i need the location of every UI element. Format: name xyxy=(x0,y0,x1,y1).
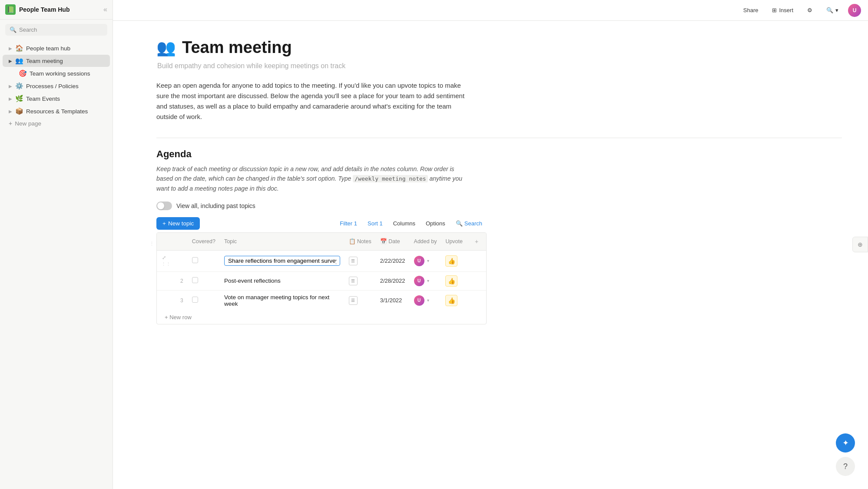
th-num xyxy=(157,233,176,251)
table-body: ⤢ ⋮⋮ ☰ xyxy=(157,250,486,311)
row-num-cell: 2 xyxy=(176,271,188,290)
upvote-cell[interactable]: 👍 xyxy=(441,271,467,290)
plus-icon: + xyxy=(162,220,166,227)
floating-buttons: ✦ ? xyxy=(836,433,855,476)
new-topic-label: New topic xyxy=(168,220,194,227)
plus-small-icon: ⊕ xyxy=(858,241,863,248)
date-cell[interactable]: 2/22/2022 xyxy=(376,250,410,271)
covered-cell[interactable] xyxy=(188,290,220,311)
notes-icon[interactable]: ☰ xyxy=(349,257,358,265)
covered-checkbox[interactable] xyxy=(192,297,198,303)
upvote-button[interactable]: 👍 xyxy=(445,255,457,267)
sidebar-item-team-events[interactable]: ▶ 🌿 Team Events xyxy=(3,93,110,105)
toggle-label: View all, including past topics xyxy=(176,202,255,209)
new-row-button[interactable]: + New row xyxy=(157,311,486,324)
chevron-down-icon[interactable]: ▾ xyxy=(427,298,429,303)
expand-arrow-icon: ▶ xyxy=(9,59,12,63)
team-events-icon: 🌿 xyxy=(15,95,23,102)
topic-cell[interactable]: Vote on manager meeting topics for next … xyxy=(220,290,345,311)
upvote-cell[interactable]: 👍 xyxy=(441,250,467,271)
right-sidebar-button[interactable]: ⊕ xyxy=(852,237,868,252)
help-button[interactable]: ? xyxy=(836,457,855,476)
notes-cell[interactable]: ☰ xyxy=(345,250,376,271)
columns-button[interactable]: Columns xyxy=(389,218,420,229)
search-button[interactable]: 🔍 ▾ xyxy=(822,5,843,16)
covered-checkbox[interactable] xyxy=(192,277,198,283)
search-placeholder: Search xyxy=(19,26,37,33)
upvote-cell[interactable]: 👍 xyxy=(441,290,467,311)
th-upvote: Upvote xyxy=(441,233,467,251)
add-column-button[interactable]: + xyxy=(471,236,482,247)
date-icon: 📅 xyxy=(380,238,387,244)
sidebar-nav: ▶ 🏠 People team hub ▶ 👥 Team meeting 🎯 T… xyxy=(0,40,113,489)
date-cell[interactable]: 2/28/2022 xyxy=(376,271,410,290)
upvote-button[interactable]: 👍 xyxy=(445,295,457,306)
notes-cell[interactable]: ☰ xyxy=(345,271,376,290)
settings-button[interactable]: ⚙ xyxy=(803,5,817,16)
th-covered: Covered? xyxy=(188,233,220,251)
agenda-description: Keep track of each meeting or discussion… xyxy=(156,164,469,194)
upvote-button[interactable]: 👍 xyxy=(445,275,457,287)
table-row: 3 Vote on manager meeting topics for nex… xyxy=(157,290,486,311)
insert-label: Insert xyxy=(779,7,793,13)
row-expand-cell xyxy=(157,271,176,290)
user-avatar-small[interactable]: U xyxy=(414,256,424,266)
sort-button[interactable]: Sort 1 xyxy=(363,218,387,229)
covered-cell[interactable] xyxy=(188,250,220,271)
ai-assistant-button[interactable]: ✦ xyxy=(836,433,855,453)
team-working-sessions-icon: 🎯 xyxy=(18,69,27,77)
chevron-down-icon[interactable]: ▾ xyxy=(427,278,429,283)
covered-checkbox[interactable] xyxy=(192,257,198,263)
topic-input[interactable] xyxy=(224,256,340,266)
sort-label: Sort 1 xyxy=(368,220,383,227)
sidebar-item-team-working-sessions[interactable]: 🎯 Team working sessions xyxy=(3,67,110,79)
new-topic-button[interactable]: + New topic xyxy=(156,217,200,230)
page-title: Team meeting xyxy=(182,38,292,57)
expand-arrow-icon: ▶ xyxy=(9,46,12,51)
page-description: Keep an open agenda for anyone to add to… xyxy=(156,80,469,122)
sidebar-item-team-meeting[interactable]: ▶ 👥 Team meeting xyxy=(3,55,110,67)
row-num-cell xyxy=(176,250,188,271)
insert-button[interactable]: ⊞ Insert xyxy=(768,5,798,16)
extra-cell xyxy=(467,290,486,311)
agenda-title: Agenda xyxy=(156,149,842,160)
row-drag-handle[interactable]: ⋮⋮ xyxy=(160,261,172,268)
search-box[interactable]: 🔍 Search xyxy=(5,24,107,36)
sidebar-item-resources-templates[interactable]: ▶ 📦 Resources & Templates xyxy=(3,105,110,117)
expand-row-icon[interactable]: ⤢ xyxy=(160,254,168,261)
new-page-button[interactable]: + New page xyxy=(3,118,110,129)
topic-cell[interactable]: Post-event reflections xyxy=(220,271,345,290)
past-topics-toggle[interactable] xyxy=(156,202,172,210)
collapse-sidebar-button[interactable]: « xyxy=(103,6,107,13)
sidebar-header: 📗 People Team Hub « xyxy=(0,0,113,20)
table-toolbar: + New topic Filter 1 Sort 1 Columns Opti… xyxy=(156,217,487,230)
user-avatar-small[interactable]: U xyxy=(414,295,424,306)
share-button[interactable]: Share xyxy=(739,5,763,16)
sidebar-item-people-team-hub[interactable]: ▶ 🏠 People team hub xyxy=(3,42,110,54)
date-cell[interactable]: 3/1/2022 xyxy=(376,290,410,311)
topic-cell[interactable] xyxy=(220,250,345,271)
expand-arrow-icon: ▶ xyxy=(9,96,12,101)
th-notes: 📋 Notes xyxy=(345,233,376,251)
calendar-icon: 📋 xyxy=(349,238,356,244)
options-button[interactable]: Options xyxy=(421,218,450,229)
app-logo: 📗 xyxy=(5,4,16,15)
covered-cell[interactable] xyxy=(188,271,220,290)
sidebar-item-label: Team Events xyxy=(26,96,106,102)
extra-cell xyxy=(467,250,486,271)
user-avatar[interactable]: U xyxy=(848,4,861,17)
filter-label: Filter 1 xyxy=(340,220,357,227)
notes-cell[interactable]: ☰ xyxy=(345,290,376,311)
sidebar-item-label: Resources & Templates xyxy=(26,108,106,115)
notes-icon[interactable]: ☰ xyxy=(349,296,358,305)
user-avatar-small[interactable]: U xyxy=(414,276,424,286)
added-by-cell: U ▾ xyxy=(410,250,441,271)
search-table-button[interactable]: 🔍 Search xyxy=(451,218,487,229)
notes-icon[interactable]: ☰ xyxy=(349,277,358,285)
section-divider xyxy=(156,138,842,138)
search-icon: 🔍 xyxy=(456,220,463,227)
filter-button[interactable]: Filter 1 xyxy=(335,218,361,229)
chevron-down-icon[interactable]: ▾ xyxy=(427,258,429,263)
sidebar-item-processes-policies[interactable]: ▶ ⚙️ Processes / Policies xyxy=(3,80,110,92)
page-header: 👥 Team meeting xyxy=(156,38,842,57)
